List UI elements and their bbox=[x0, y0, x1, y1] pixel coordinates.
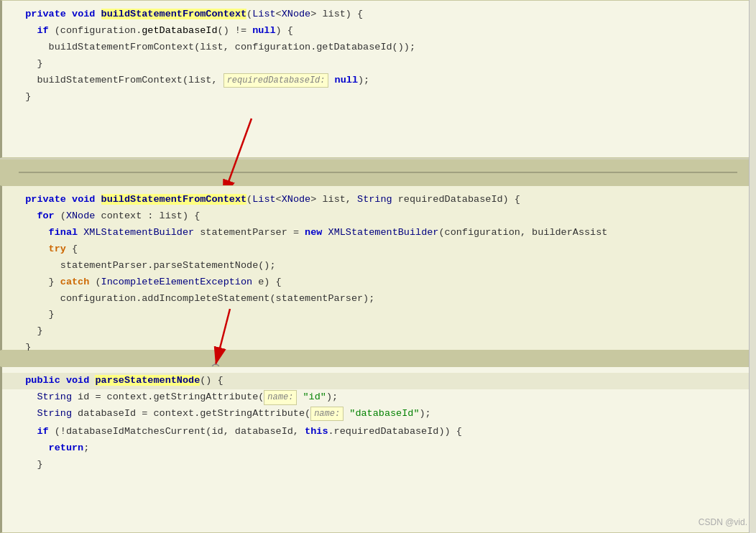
code-block-1: private void buildStatementFromContext(L… bbox=[0, 0, 756, 158]
code-line: for (XNode context : list) { bbox=[2, 208, 755, 225]
code-line: try { bbox=[2, 241, 755, 258]
code-line: } bbox=[2, 323, 755, 340]
code-line: } bbox=[2, 56, 755, 73]
code-line: return; bbox=[2, 440, 755, 457]
code-line: private void buildStatementFromContext(L… bbox=[2, 192, 755, 208]
block-separator-1 bbox=[0, 159, 756, 185]
code-line: if (configuration.getDatabaseId() != nul… bbox=[2, 23, 755, 40]
code-line: statementParser.parseStatementNode(); bbox=[2, 258, 755, 274]
code-line: public void parseStatementNode() { bbox=[2, 373, 755, 389]
code-line: configuration.addIncompleteStatement(sta… bbox=[2, 291, 755, 307]
code-line: buildStatementFromContext(list, required… bbox=[2, 73, 755, 89]
screenshot-container: private void buildStatementFromContext(L… bbox=[0, 0, 756, 533]
code-line: String id = context.getStringAttribute(n… bbox=[2, 389, 755, 406]
code-line: } bbox=[2, 89, 755, 106]
code-line: } bbox=[2, 307, 755, 323]
code-line: buildStatementFromContext(list, configur… bbox=[2, 40, 755, 56]
code-line: final XMLStatementBuilder statementParse… bbox=[2, 225, 755, 241]
scrollbar[interactable] bbox=[749, 0, 756, 533]
code-line: String databaseId = context.getStringAtt… bbox=[2, 406, 755, 422]
code-line: } catch (IncompleteElementException e) { bbox=[2, 274, 755, 291]
block-separator-2 bbox=[0, 351, 756, 368]
code-block-3: public void parseStatementNode() { Strin… bbox=[0, 366, 756, 533]
code-block-2: private void buildStatementFromContext(L… bbox=[0, 185, 756, 351]
code-line: private void buildStatementFromContext(L… bbox=[2, 6, 755, 23]
watermark: CSDN @vid. bbox=[699, 517, 747, 527]
code-line: } bbox=[2, 457, 755, 473]
code-line: if (!databaseIdMatchesCurrent(id, databa… bbox=[2, 424, 755, 440]
